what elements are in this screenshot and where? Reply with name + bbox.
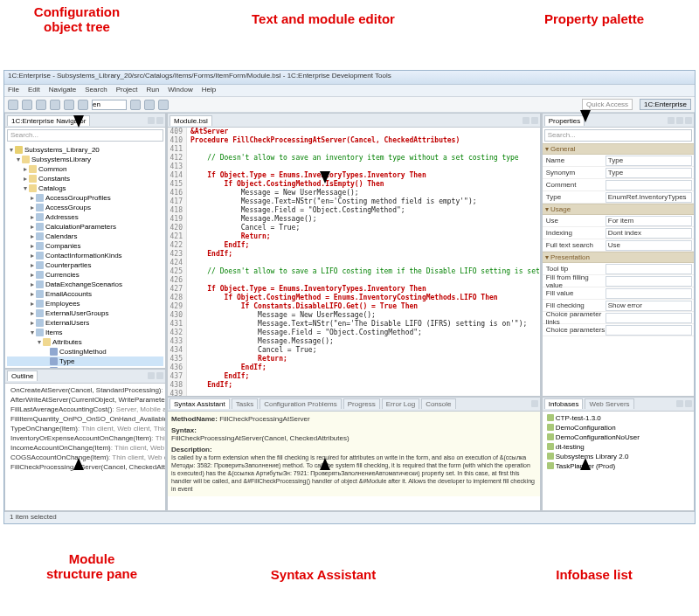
toolbar-icon[interactable]: [50, 100, 60, 110]
code-line[interactable]: 410Procedure FillCheckProcessingAtServer…: [168, 136, 540, 145]
code-line[interactable]: 438 EndIf;: [168, 381, 540, 390]
code-line[interactable]: 409&AtServer: [168, 128, 540, 136]
properties-list[interactable]: ▾ GeneralNameTypeSynonymTypeCommentTypeE…: [543, 143, 694, 396]
menu-item[interactable]: Window: [168, 86, 192, 93]
bottom-tab[interactable]: Configuration Problems: [260, 398, 342, 409]
pane-icon[interactable]: [523, 117, 529, 124]
infobase-item[interactable]: TaskPlanner (Prod): [544, 461, 692, 471]
pane-icon[interactable]: [685, 117, 692, 124]
prop-section-general[interactable]: ▾ General: [543, 143, 694, 155]
code-line[interactable]: 432 Message.Field = "Object.CostingMetho…: [168, 329, 540, 337]
menu-item[interactable]: Project: [116, 86, 138, 93]
code-line[interactable]: 421 Return;: [168, 232, 540, 241]
prop-row[interactable]: Fill from filling value: [543, 275, 694, 287]
code-line[interactable]: 429 If Constants.DisableLIFO.Get() = Tru…: [168, 302, 540, 311]
menu-item[interactable]: Help: [202, 86, 216, 93]
bottom-tab[interactable]: Console: [421, 398, 455, 409]
infobase-list[interactable]: CTP-test-1.3.0DemoConfigurationDemoConfi…: [543, 412, 694, 510]
code-line[interactable]: 431 Message.Text=NStr("en='The Disable L…: [168, 320, 540, 329]
editor-tab[interactable]: Module.bsl: [170, 115, 212, 126]
menu-item[interactable]: Edit: [28, 86, 40, 93]
code-line[interactable]: 430 Message = New UserMessage();: [168, 311, 540, 320]
bottom-tabs[interactable]: Syntax AssistantTasksConfiguration Probl…: [168, 398, 540, 412]
prop-row[interactable]: Choice parameters: [543, 324, 694, 336]
lang-combo[interactable]: en: [92, 100, 127, 110]
prop-row[interactable]: TypeEnumRef.InventoryTypes: [543, 191, 694, 204]
navigator-search[interactable]: Search...: [7, 129, 163, 142]
bottom-tab[interactable]: Syntax Assistant: [170, 398, 230, 409]
code-line[interactable]: 433 Message.Message();: [168, 337, 540, 346]
pane-icon[interactable]: [148, 372, 155, 379]
tree-row[interactable]: ▸ExternalUserGroups: [7, 308, 163, 318]
outline-item[interactable]: AfterWriteAtServer(CurrentObject, WriteP…: [7, 395, 163, 405]
prop-section-presentation[interactable]: ▾ Presentation: [543, 252, 694, 263]
tree-row[interactable]: ▸DataExchangeScenarios: [7, 280, 163, 289]
menu-item[interactable]: Run: [147, 86, 160, 93]
code-line[interactable]: 436 EndIf;: [168, 363, 540, 372]
tree-row[interactable]: ▸Calendars: [7, 232, 163, 241]
tree-row[interactable]: ▸Companies: [7, 241, 163, 251]
tree-attribute[interactable]: Type: [7, 356, 163, 366]
infobase-tabs[interactable]: InfobasesWeb Servers: [543, 398, 694, 412]
code-line[interactable]: 417 Message.Text=NStr("en='Costing metho…: [168, 197, 540, 206]
code-line[interactable]: 416 Message = New UserMessage();: [168, 189, 540, 197]
infobase-item[interactable]: Subsystems Library 2.0: [544, 452, 692, 461]
tree-row[interactable]: ▾SubsystemsLibrary: [7, 155, 163, 164]
code-line[interactable]: 437 EndIf;: [168, 372, 540, 381]
tree-row[interactable]: ▸AccessGroupProfiles: [7, 193, 163, 203]
outline-item[interactable]: FillLastAverageAccountingCost(): Server,…: [7, 405, 163, 414]
code-line[interactable]: 414 If Object.Type = Enums.InventoryType…: [168, 171, 540, 180]
outline-item[interactable]: FillItemQuantity_OnPO_OnSO_OnHand_Availa…: [7, 414, 163, 424]
toolbar-icon[interactable]: [144, 100, 155, 110]
infobase-item[interactable]: DemoConfiguration: [544, 423, 692, 433]
pane-icon[interactable]: [156, 372, 163, 379]
tree-row[interactable]: ▸Addresses: [7, 212, 163, 222]
infobase-tab[interactable]: Web Servers: [585, 398, 633, 409]
code-line[interactable]: 423 EndIf;: [168, 250, 540, 259]
toolbar-icon[interactable]: [8, 100, 18, 110]
pane-icon[interactable]: [531, 400, 538, 407]
prop-row[interactable]: SynonymType: [543, 167, 694, 179]
menu-item[interactable]: Search: [85, 86, 107, 93]
minimize-icon[interactable]: [148, 117, 155, 124]
bottom-tab[interactable]: Progress: [343, 398, 380, 409]
tree-row[interactable]: ▸Employees: [7, 299, 163, 308]
tree-row[interactable]: ▸Common: [7, 164, 163, 174]
menu-item[interactable]: File: [8, 86, 19, 93]
tree-row[interactable]: ▸Counterparties: [7, 260, 163, 270]
toolbar-icon[interactable]: [36, 100, 46, 110]
code-line[interactable]: 422 EndIf;: [168, 241, 540, 250]
tree-row[interactable]: ▾Items: [7, 328, 163, 337]
code-editor[interactable]: 409&AtServer410Procedure FillCheckProces…: [168, 128, 540, 396]
code-line[interactable]: 435 Return;: [168, 355, 540, 363]
tree-attribute[interactable]: CostingMethod: [7, 347, 163, 356]
code-line[interactable]: 413: [168, 163, 540, 171]
configuration-tree[interactable]: ▾Subsystems_Library_20 ▾SubsystemsLibrar…: [5, 143, 165, 368]
bottom-tab[interactable]: Error Log: [382, 398, 419, 409]
infobase-tab[interactable]: Infobases: [544, 398, 584, 409]
pane-icon[interactable]: [676, 400, 683, 407]
prop-row[interactable]: UseFor item: [543, 215, 694, 227]
code-line[interactable]: 411: [168, 145, 540, 154]
outline-item[interactable]: IncomeAccountOnChange(Item): Thin client…: [7, 443, 163, 453]
toolbar-icon[interactable]: [22, 100, 32, 110]
code-line[interactable]: 415 If Object.CostingMethod.IsEmpty() Th…: [168, 180, 540, 189]
code-line[interactable]: 412 // Doesn't allow to save an inventor…: [168, 154, 540, 163]
code-line[interactable]: 419 Message.Message();: [168, 215, 540, 224]
pane-icon[interactable]: [676, 117, 683, 124]
tree-row[interactable]: ▸Constants: [7, 174, 163, 183]
pane-icon[interactable]: [668, 117, 675, 124]
code-line[interactable]: 426: [168, 276, 540, 285]
prop-row[interactable]: NameType: [543, 155, 694, 167]
outline-tab[interactable]: Outline: [7, 370, 38, 381]
outline-item[interactable]: InventoryOrExpenseAccountOnChange(Item):…: [7, 433, 163, 443]
code-line[interactable]: 427 If Object.Type = Enums.InventoryType…: [168, 285, 540, 294]
tree-row[interactable]: ▾Catalogs: [7, 183, 163, 193]
perspective-button[interactable]: 1C:Enterprise: [640, 99, 691, 110]
infobase-item[interactable]: CTP-test-1.3.0: [544, 413, 692, 423]
tree-row[interactable]: ▸Currencies: [7, 270, 163, 280]
outline-item[interactable]: TypeOnChange(Item): Thin client, Web cli…: [7, 424, 163, 433]
infobase-item[interactable]: dt-testing: [544, 442, 692, 452]
prop-row[interactable]: Full text searchUse: [543, 239, 694, 252]
pane-icon[interactable]: [685, 400, 692, 407]
